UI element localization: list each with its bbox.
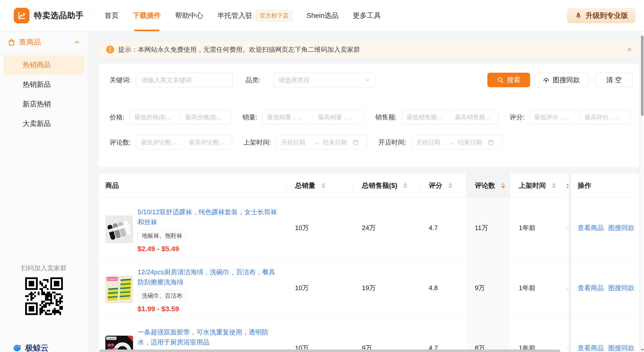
product-title-link[interactable]: 一条超强双面胶带，可水洗重复使用，透明防水，适用于厨房浴室用品 — [138, 327, 278, 347]
rating-max-input[interactable] — [580, 110, 630, 124]
sales-max-input[interactable] — [313, 110, 364, 124]
image-upload-icon — [543, 76, 550, 83]
banner-text: 提示：本网站永久免费使用，无需任何费用。欢迎扫描网页左下角二维码加入卖家群 — [118, 45, 360, 54]
filter-store-open-date: 开店时间: → — [378, 135, 502, 150]
column-header-total-sales[interactable]: 总销量 — [286, 173, 353, 198]
reviews-max-input[interactable] — [184, 135, 232, 149]
search-button[interactable]: 搜索 — [487, 73, 530, 87]
column-header-total-revenue[interactable]: 总销售额($) — [353, 173, 420, 198]
notice-banner: ! 提示：本网站永久免费使用，无需任何费用。欢迎扫描网页左下角二维码加入卖家群 … — [99, 41, 639, 58]
svg-text:家用洗碗海绵: 家用洗碗海绵 — [106, 278, 118, 280]
column-header-rating[interactable]: 评分 — [420, 173, 466, 198]
sidebar-footer: 极鲸云 青岛极鲸网络科技有限公司 鲁ICP备2022008363号-8 鲁公网安… — [13, 343, 88, 352]
nav-item-help-center[interactable]: 帮助中心 — [175, 0, 203, 31]
warning-icon: ! — [106, 46, 114, 54]
revenue-min-input[interactable] — [402, 110, 450, 124]
sidebar: 查商品 热销商品 热销新品 新店热销 大卖新品 扫码加入卖家群 — [0, 31, 88, 352]
cell-total-revenue: 9万 — [353, 318, 420, 352]
brand-title: 特卖选品助手 — [34, 10, 84, 21]
store-open-end-input[interactable] — [458, 139, 488, 146]
upgrade-pro-button[interactable]: 升级到专业版 — [567, 8, 635, 23]
active-tab-underline — [134, 30, 159, 31]
keyword-input[interactable] — [136, 73, 233, 87]
store-open-start-input[interactable] — [416, 139, 446, 146]
view-product-link[interactable]: 查看商品 — [578, 344, 604, 352]
cell-listed-time: 1年前 — [510, 198, 567, 258]
cell-listed-time: 1年前 — [510, 258, 567, 318]
cell-total-revenue: 24万 — [353, 198, 420, 258]
sales-min-input[interactable] — [263, 110, 313, 124]
image-search-link[interactable]: 图搜同款 — [608, 224, 634, 232]
nav-item-more-tools[interactable]: 更多工具 — [353, 0, 381, 31]
sidebar-menu: 热销商品 热销新品 新店热销 大卖新品 — [0, 53, 88, 134]
nav-item-download-plugin[interactable]: 下载插件 — [133, 0, 161, 31]
image-search-link[interactable]: 图搜同款 — [608, 344, 634, 352]
rating-min-input[interactable] — [530, 110, 580, 124]
nav-item-shein[interactable]: Shein选品 — [307, 0, 339, 31]
table-row: 家用洗碗海绵 12/24pcs厨房清洁海绵，洗碗巾，百洁布，餐具防刮擦擦洗海绵 … — [99, 258, 639, 318]
calendar-icon — [352, 139, 359, 146]
horizontal-scrollbar-thumb[interactable] — [99, 349, 560, 352]
product-category-tag: 地板袜、拖鞋袜 — [138, 230, 187, 241]
reviews-min-input[interactable] — [136, 135, 184, 149]
scroll-down-arrow-icon[interactable] — [641, 349, 644, 351]
filter-price: 价格: — [110, 110, 231, 124]
sort-icons[interactable] — [321, 183, 325, 188]
vertical-scrollbar-thumb[interactable] — [641, 35, 643, 116]
view-product-link[interactable]: 查看商品 — [578, 224, 604, 232]
cell-total-sales: 10万 — [286, 258, 353, 318]
column-header-product: 商品 — [99, 173, 286, 198]
listing-date-range[interactable]: → — [276, 135, 367, 150]
divider — [90, 11, 91, 20]
close-icon[interactable]: × — [627, 46, 632, 53]
clear-button[interactable]: 清 空 — [595, 73, 632, 87]
nav-item-semi-managed[interactable]: 半托管入驻 官方秒下店 — [217, 0, 292, 31]
listing-end-input[interactable] — [323, 139, 352, 146]
product-image-socks[interactable] — [105, 215, 133, 243]
price-min-input[interactable] — [130, 110, 180, 124]
sidebar-item-hot-new[interactable]: 热销新品 — [0, 75, 88, 94]
vertical-scrollbar[interactable] — [640, 31, 644, 352]
image-search-button[interactable]: 图搜同款 — [534, 73, 588, 87]
sidebar-item-hot-products[interactable]: 热销商品 — [4, 55, 84, 75]
product-title-link[interactable]: 12/24pcs厨房清洁海绵，洗碗巾，百洁布，餐具防刮擦擦洗海绵 — [138, 267, 278, 287]
store-open-date-range[interactable]: → — [411, 135, 502, 150]
sidebar-group-products[interactable]: 查商品 — [0, 31, 88, 53]
brand[interactable]: 特卖选品助手 — [14, 8, 84, 23]
svg-text:纳米: 纳米 — [107, 343, 114, 347]
chevron-up-icon — [74, 39, 80, 46]
listing-start-input[interactable] — [281, 139, 311, 146]
sort-icons[interactable] — [403, 183, 407, 188]
table-row: 正品定制 纳米 无痕胶 一条超强双面胶带，可水洗重复使用，透明防水，适用于厨房浴… — [99, 318, 639, 352]
sort-icons[interactable] — [448, 183, 452, 188]
image-search-link[interactable]: 图搜同款 — [608, 284, 634, 292]
category-select[interactable]: 请选择类目 — [273, 73, 376, 87]
view-product-link[interactable]: 查看商品 — [578, 284, 604, 292]
price-max-input[interactable] — [181, 110, 231, 124]
nav-menu: 首页 下载插件 帮助中心 半托管入驻 官方秒下店 Shein选品 更多工具 — [105, 0, 381, 31]
nav-item-home[interactable]: 首页 — [105, 0, 119, 31]
product-price-range: $2.49 - $5.49 — [138, 245, 278, 253]
cell-reviews: 9万 — [466, 258, 510, 318]
cell-total-sales: 10万 — [286, 198, 353, 258]
chevron-down-icon — [364, 77, 370, 83]
filter-listing-date: 上架时间: → — [243, 135, 367, 150]
page: 特卖选品助手 首页 下载插件 帮助中心 半托管入驻 官方秒下店 Shein选品 … — [0, 0, 644, 352]
keyword-label: 关键词: — [110, 76, 131, 84]
filter-reviews: 评论数: — [110, 135, 232, 150]
column-header-reviews-sorted[interactable]: 评论数 — [466, 173, 510, 198]
qr-caption: 扫码加入卖家群 — [0, 264, 88, 273]
product-title-link[interactable]: 5/10/12双舒适踝袜，纯色踝袜套装，女士长筒袜和丝袜 — [138, 207, 278, 227]
cell-actions: 查看商品 图搜同款 — [569, 318, 639, 352]
cell-rating: 4.7 — [420, 198, 466, 258]
column-header-listed-time[interactable]: 上架时间 — [510, 173, 567, 198]
sort-icons[interactable] — [552, 183, 556, 188]
sidebar-item-new-store-hot[interactable]: 新店热销 — [0, 94, 88, 114]
top-navbar: 特卖选品助手 首页 下载插件 帮助中心 半托管入驻 官方秒下店 Shein选品 … — [0, 0, 644, 31]
product-price-range: $1.99 - $3.59 — [138, 305, 278, 313]
line-chart-icon — [17, 11, 26, 20]
revenue-max-input[interactable] — [450, 110, 498, 124]
sort-icons-active-desc[interactable] — [501, 183, 505, 188]
product-image-sponges[interactable]: 家用洗碗海绵 — [105, 276, 133, 303]
sidebar-item-bestseller-new[interactable]: 大卖新品 — [0, 114, 88, 134]
